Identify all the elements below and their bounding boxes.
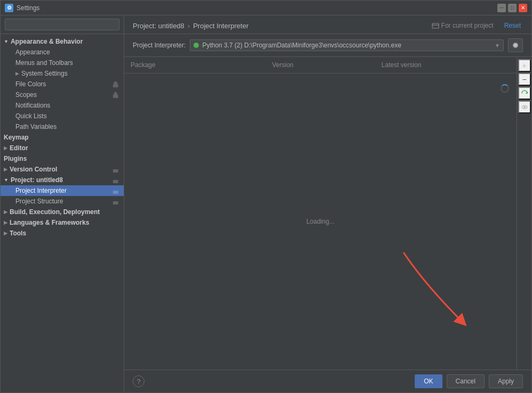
sidebar: 🔍 ▼ Appearance & Behavior Appearance Men… xyxy=(1,15,124,392)
table-header: Package Version Latest version xyxy=(124,57,517,73)
refresh-button[interactable] xyxy=(518,87,531,100)
for-current-project: For current project xyxy=(432,22,494,29)
svg-rect-2 xyxy=(113,169,118,173)
sidebar-item-label: Path Variables xyxy=(15,123,57,130)
table-body: Loading... xyxy=(124,73,517,370)
status-dot xyxy=(194,43,199,48)
side-actions: + − xyxy=(517,57,531,370)
packages-area: Package Version Latest version Loading..… xyxy=(124,57,531,370)
arrow-icon: ▶ xyxy=(4,231,7,236)
sidebar-item-tools[interactable]: ▶ Tools xyxy=(1,228,124,239)
column-version: Version xyxy=(265,59,375,71)
sidebar-item-plugins[interactable]: Plugins xyxy=(1,153,124,164)
breadcrumb: Project: untitled8 › Project Interpreter xyxy=(133,22,248,30)
export-icon xyxy=(113,92,119,98)
app-icon: ⚙ xyxy=(5,4,13,12)
titlebar: ⚙ Settings ─ □ ✕ xyxy=(1,1,531,15)
svg-rect-6 xyxy=(432,23,439,28)
window-title: Settings xyxy=(17,4,497,12)
export-icon xyxy=(113,198,119,204)
sidebar-item-notifications[interactable]: Notifications xyxy=(1,100,124,111)
sidebar-item-file-colors[interactable]: File Colors xyxy=(1,79,124,89)
breadcrumb-separator: › xyxy=(188,22,190,30)
interpreter-row: Project Interpreter: Python 3.7 (2) D:\P… xyxy=(124,34,531,57)
remove-package-button[interactable]: − xyxy=(518,73,531,86)
export-icon xyxy=(113,177,119,183)
gear-button[interactable] xyxy=(508,38,523,52)
footer-buttons: OK Cancel Apply xyxy=(415,374,523,388)
sidebar-item-project-interpreter[interactable]: Project Interpreter xyxy=(1,185,124,196)
sidebar-item-version-control[interactable]: ▶ Version Control xyxy=(1,164,124,175)
sidebar-item-appearance-behavior[interactable]: ▼ Appearance & Behavior xyxy=(1,36,124,47)
add-package-button[interactable]: + xyxy=(518,59,531,72)
gear-icon xyxy=(512,42,519,49)
project-icon xyxy=(432,22,439,29)
column-latest: Latest version xyxy=(375,59,517,71)
window-controls: ─ □ ✕ xyxy=(497,4,527,12)
minimize-button[interactable]: ─ xyxy=(497,4,506,12)
settings-window: ⚙ Settings ─ □ ✕ 🔍 ▼ Appearance & Behavi… xyxy=(0,0,532,393)
svg-rect-3 xyxy=(113,180,118,183)
sidebar-item-label: System Settings xyxy=(21,70,68,77)
refresh-icon xyxy=(521,89,528,97)
breadcrumb-project: Project: untitled8 xyxy=(133,22,184,30)
sidebar-item-project-structure[interactable]: Project Structure xyxy=(1,196,124,207)
apply-button[interactable]: Apply xyxy=(489,374,523,388)
arrow-icon: ▶ xyxy=(4,209,7,215)
sidebar-item-path-variables[interactable]: Path Variables xyxy=(1,121,124,132)
help-button[interactable]: ? xyxy=(133,375,144,387)
arrow-icon: ▶ xyxy=(15,71,19,76)
arrow-icon: ▼ xyxy=(4,39,9,44)
sidebar-tree: ▼ Appearance & Behavior Appearance Menus… xyxy=(1,34,124,392)
right-panel: Project: untitled8 › Project Interpreter… xyxy=(124,15,531,392)
sidebar-item-keymap[interactable]: Keymap xyxy=(1,132,124,143)
sidebar-item-build-execution[interactable]: ▶ Build, Execution, Deployment xyxy=(1,207,124,217)
eye-icon xyxy=(521,103,528,111)
sidebar-item-label: Menus and Toolbars xyxy=(15,59,73,67)
reset-button[interactable]: Reset xyxy=(502,21,523,30)
sidebar-item-label: Version Control xyxy=(10,166,57,173)
svg-rect-5 xyxy=(113,201,118,204)
sidebar-item-scopes[interactable]: Scopes xyxy=(1,89,124,100)
close-button[interactable]: ✕ xyxy=(519,4,527,12)
sidebar-item-label: File Colors xyxy=(15,80,46,88)
search-wrapper: 🔍 xyxy=(5,19,119,30)
export-icon xyxy=(113,166,119,173)
interpreter-selector[interactable]: Python 3.7 (2) D:\ProgramData\Miniforge3… xyxy=(190,39,504,51)
arrow-icon: ▼ xyxy=(4,177,9,183)
sidebar-item-menus-toolbars[interactable]: Menus and Toolbars xyxy=(1,58,124,68)
sidebar-item-appearance[interactable]: Appearance xyxy=(1,47,124,58)
sidebar-item-label: Project: untitled8 xyxy=(11,176,63,184)
interpreter-label: Project Interpreter: xyxy=(133,42,186,49)
sidebar-item-quick-lists[interactable]: Quick Lists xyxy=(1,111,124,121)
cancel-button[interactable]: Cancel xyxy=(447,374,485,388)
arrow-icon: ▶ xyxy=(4,220,7,225)
sidebar-item-system-settings[interactable]: ▶ System Settings xyxy=(1,68,124,79)
dropdown-arrow-icon: ▼ xyxy=(495,43,500,48)
sidebar-item-project-untitled8[interactable]: ▼ Project: untitled8 xyxy=(1,175,124,185)
sidebar-item-label: Scopes xyxy=(15,91,37,99)
sidebar-item-label: Tools xyxy=(10,230,26,237)
export-icon xyxy=(113,187,119,194)
loading-spinner xyxy=(501,84,508,92)
sidebar-item-label: Keymap xyxy=(4,134,29,141)
svg-point-9 xyxy=(523,107,525,108)
sidebar-item-languages-frameworks[interactable]: ▶ Languages & Frameworks xyxy=(1,217,124,228)
packages-wrapper: Package Version Latest version Loading..… xyxy=(124,57,531,370)
panel-header: Project: untitled8 › Project Interpreter… xyxy=(124,15,531,34)
search-input[interactable] xyxy=(5,19,119,30)
sidebar-item-label: Notifications xyxy=(15,102,50,109)
sidebar-item-editor[interactable]: ▶ Editor xyxy=(1,143,124,153)
interpreter-value: Python 3.7 (2) D:\ProgramData\Miniforge3… xyxy=(202,42,401,49)
sidebar-item-label: Languages & Frameworks xyxy=(10,219,89,226)
ok-button[interactable]: OK xyxy=(415,374,442,388)
loading-text: Loading... xyxy=(307,218,335,225)
sidebar-item-label: Project Interpreter xyxy=(15,187,67,194)
arrow-icon: ▶ xyxy=(4,167,7,172)
sidebar-item-label: Appearance & Behavior xyxy=(11,38,83,45)
header-actions: For current project Reset xyxy=(432,21,523,30)
svg-rect-4 xyxy=(113,191,118,194)
eye-button[interactable] xyxy=(518,101,531,113)
maximize-button[interactable]: □ xyxy=(508,4,517,12)
sidebar-item-label: Quick Lists xyxy=(15,112,47,120)
